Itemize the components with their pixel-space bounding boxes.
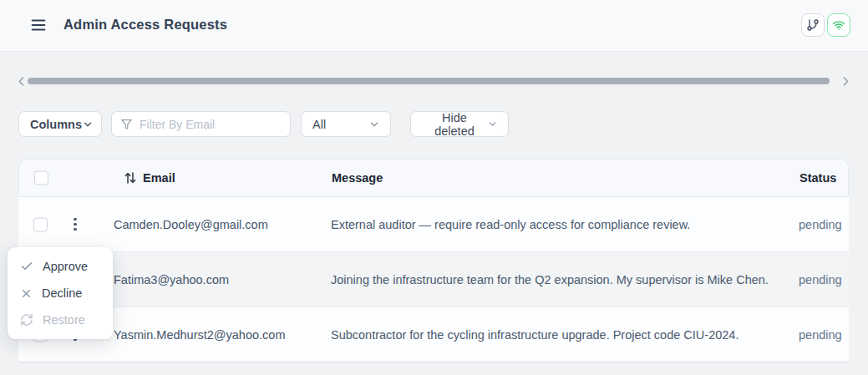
hscroll-right-arrow[interactable] xyxy=(841,75,850,87)
status-filter-value: All xyxy=(312,118,326,131)
menu-item-decline[interactable]: Decline xyxy=(8,280,113,307)
sort-arrows-icon[interactable] xyxy=(123,170,138,185)
table-header-row: Email Message Status xyxy=(18,159,849,197)
hamburger-menu-button[interactable] xyxy=(28,14,49,36)
funnel-icon xyxy=(120,118,133,130)
page-title: Admin Access Requests xyxy=(63,17,227,33)
columns-dropdown-button[interactable]: Columns xyxy=(18,111,102,137)
email-filter-input[interactable] xyxy=(140,118,282,131)
app-header: Admin Access Requests xyxy=(0,0,868,52)
row-message: External auditor — require read-only acc… xyxy=(331,218,690,231)
column-header-email[interactable]: Email xyxy=(143,171,175,185)
menu-item-label: Decline xyxy=(42,286,82,300)
row-email: Yasmin.Medhurst2@yahoo.com xyxy=(114,328,285,342)
columns-label: Columns xyxy=(30,118,82,131)
row-email: Camden.Dooley@gmail.com xyxy=(114,218,268,231)
row-email: Fatima3@yahoo.com xyxy=(114,273,229,286)
row-message: Joining the infrastructure team for the … xyxy=(331,273,769,286)
chevron-down-icon xyxy=(487,119,498,129)
row-actions-context-menu: Approve Decline Restore xyxy=(8,247,113,339)
email-filter-field[interactable] xyxy=(111,111,291,137)
row-status: pending xyxy=(799,328,842,342)
column-header-status: Status xyxy=(799,171,836,185)
table-row: Yasmin.Medhurst2@yahoo.com Subcontractor… xyxy=(18,307,849,362)
row-actions-kebab-icon[interactable] xyxy=(66,215,84,235)
menu-item-restore: Restore xyxy=(8,307,113,333)
row-checkbox[interactable] xyxy=(33,217,48,231)
menu-item-label: Restore xyxy=(43,313,85,327)
menu-item-label: Approve xyxy=(43,260,88,273)
check-icon xyxy=(20,260,33,273)
git-branch-icon xyxy=(806,18,820,32)
wifi-status-button[interactable] xyxy=(827,13,850,37)
chevron-down-icon xyxy=(368,119,380,130)
git-branch-button[interactable] xyxy=(801,13,825,37)
wifi-icon xyxy=(832,18,845,32)
requests-table: Email Message Status Camden.Dooley@gmail… xyxy=(18,159,849,362)
hscroll-thumb[interactable] xyxy=(28,78,830,84)
hscroll-left-arrow[interactable] xyxy=(17,75,25,87)
hamburger-icon xyxy=(29,16,48,34)
select-all-checkbox[interactable] xyxy=(34,171,48,185)
row-status: pending xyxy=(799,218,842,231)
menu-item-approve[interactable]: Approve xyxy=(8,253,113,280)
deleted-filter-select[interactable]: Hide deleted xyxy=(410,111,509,137)
chevron-down-icon xyxy=(82,119,94,130)
column-header-message: Message xyxy=(332,171,383,185)
row-status: pending xyxy=(799,273,842,286)
table-row: Fatima3@yahoo.com Joining the infrastruc… xyxy=(18,252,849,307)
table-row: Camden.Dooley@gmail.com External auditor… xyxy=(18,197,849,252)
deleted-filter-value: Hide deleted xyxy=(422,111,487,138)
x-icon xyxy=(20,287,33,300)
status-filter-select[interactable]: All xyxy=(301,111,391,137)
row-message: Subcontractor for the cycling infrastruc… xyxy=(331,328,739,342)
restore-icon xyxy=(20,313,33,327)
